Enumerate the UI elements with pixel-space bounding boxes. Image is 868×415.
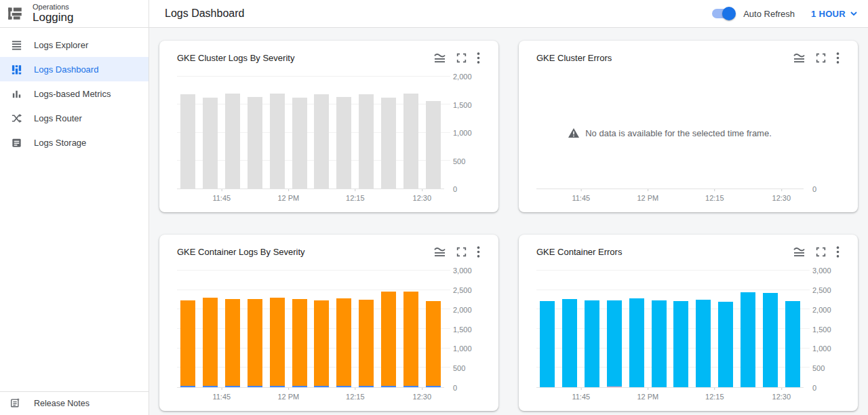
bar[interactable] [607,300,622,387]
x-axis-label: 12 PM [277,189,299,202]
bar-segment-info [426,301,441,386]
product-logo: Operations Logging [0,0,149,28]
bar[interactable] [336,97,351,189]
bar[interactable] [381,292,396,387]
bar-segment-info [203,298,218,386]
bar[interactable] [203,98,218,189]
bar[interactable] [673,301,688,387]
metrics-explorer-icon[interactable] [431,51,448,65]
sidebar-footer-label: Release Notes [34,399,90,408]
bar[interactable] [540,301,555,387]
x-axis-label: 12 PM [277,388,299,401]
bar[interactable] [336,298,351,387]
bar[interactable] [562,299,577,387]
bar-segment-info [180,300,195,386]
x-axis-label: 12:30 [413,388,432,401]
sidebar-item-logs-storage[interactable]: Logs Storage [0,130,149,155]
sidebar-item-logs-based-metrics[interactable]: Logs-based Metrics [0,81,149,106]
gridline [536,290,810,290]
bar[interactable] [292,299,307,387]
bar[interactable] [652,300,667,387]
bar-segment-error [426,386,441,387]
y-axis-label: 0 [453,185,457,193]
bar-chart-gke-container-logs: 05001,0001,5002,0002,5003,000 11:4512 PM… [177,262,482,406]
y-axis-label: 1,000 [453,344,472,353]
gridline [177,270,450,271]
bar-segment-info [314,300,329,385]
sidebar-item-label: Logs Storage [34,138,86,148]
bar[interactable] [180,94,195,189]
time-range-selector[interactable]: 1 HOUR [810,6,859,22]
toggle-knob [722,7,736,20]
bar[interactable] [248,299,262,387]
bar-segment-error [718,302,733,387]
x-axis-label: 11:45 [212,388,231,401]
bar[interactable] [426,101,441,189]
chart-card-gke-cluster-errors: GKE Cluster Errors [519,41,858,212]
bar[interactable] [403,292,418,387]
bar[interactable] [359,300,374,387]
logs-explorer-icon [9,38,23,52]
metrics-explorer-icon[interactable] [431,245,448,259]
x-axis-label: 12:15 [705,388,724,401]
y-axis-label: 500 [812,364,825,372]
bar[interactable] [270,298,285,387]
bar-segment-error [696,300,711,387]
chart-card-gke-container-errors: GKE Container Errors [519,235,858,411]
metrics-explorer-icon[interactable] [791,245,808,259]
plot-area [536,271,804,388]
bar[interactable] [763,293,778,387]
bar[interactable] [180,300,195,387]
bar[interactable] [225,299,240,387]
gridline [536,270,810,271]
bar-segment-info [381,292,396,386]
bar[interactable] [359,94,374,189]
sidebar-item-logs-explorer[interactable]: Logs Explorer [0,33,149,57]
metrics-explorer-icon[interactable] [791,51,808,65]
sidebar-item-logs-router[interactable]: Logs Router [0,106,149,130]
more-options-icon[interactable] [834,244,842,260]
bar[interactable] [203,298,218,387]
bar[interactable] [426,301,441,387]
bar[interactable] [314,300,329,387]
bar-segment-error [785,301,800,387]
no-data-message: No data is available for the selected ti… [536,77,804,189]
bar-segment-default [426,101,441,189]
fullscreen-icon[interactable] [814,51,828,65]
bar[interactable] [629,298,644,387]
sidebar-item-logs-dashboard[interactable]: Logs Dashboard [0,57,149,81]
bar[interactable] [270,94,285,189]
bar-segment-error [203,386,218,387]
bar[interactable] [314,94,329,189]
sidebar-item-release-notes[interactable]: Release Notes [0,391,149,415]
bar[interactable] [585,300,599,387]
more-options-icon[interactable] [475,244,482,260]
y-axis-label: 500 [453,364,465,372]
bar[interactable] [292,98,307,189]
page-header: Logs Dashboard Auto Refresh 1 HOUR [149,0,868,28]
bar[interactable] [741,292,755,387]
fullscreen-icon[interactable] [454,245,469,259]
x-axis-label: 12:30 [772,189,791,202]
auto-refresh-toggle[interactable] [712,9,734,18]
fullscreen-icon[interactable] [454,51,469,65]
bar[interactable] [696,300,711,387]
bar[interactable] [718,302,733,387]
more-options-icon[interactable] [834,50,842,66]
bar[interactable] [785,301,800,387]
fullscreen-icon[interactable] [814,245,828,259]
bar[interactable] [248,97,262,189]
x-axis-label: 12:15 [346,388,365,401]
bar-segment-error [629,298,644,387]
header-controls: Auto Refresh 1 HOUR [712,6,859,22]
bar[interactable] [403,94,418,189]
bar[interactable] [381,98,396,189]
plot-area [177,77,444,189]
x-axis-label: 12 PM [637,189,658,202]
more-options-icon[interactable] [475,50,482,66]
bar-segment-default [403,94,418,189]
y-axis-label: 0 [812,185,816,193]
y-axis: 05001,0001,5002,000 [444,77,482,189]
bar[interactable] [225,94,240,189]
time-range-value: 1 HOUR [811,9,846,19]
